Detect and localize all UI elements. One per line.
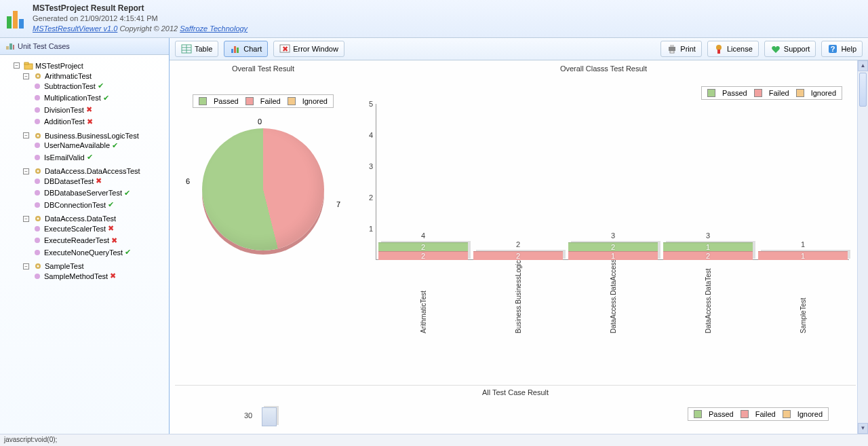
- scroll-up-icon[interactable]: ▲: [858, 60, 868, 71]
- svg-point-22: [35, 202, 40, 208]
- svg-point-17: [35, 155, 40, 160]
- pie-graphic: [202, 128, 324, 250]
- license-icon: [713, 43, 724, 54]
- svg-point-20: [35, 179, 40, 184]
- svg-point-24: [37, 218, 39, 220]
- svg-rect-36: [234, 46, 236, 53]
- tree-test[interactable]: ExecuteScalerTest✖: [33, 224, 114, 233]
- all-testcase-chart: All Test Case Result 30 Passed Failed Ig…: [175, 385, 856, 429]
- svg-point-27: [35, 250, 40, 255]
- svg-point-15: [37, 134, 39, 136]
- page-title: MSTestProject Result Report: [33, 3, 248, 14]
- svg-rect-35: [231, 49, 233, 53]
- support-icon: [770, 43, 781, 54]
- statusbar: javascript:void(0);: [0, 434, 868, 446]
- svg-rect-44: [717, 50, 720, 54]
- help-button[interactable]: ? Help: [821, 41, 863, 57]
- svg-rect-0: [7, 16, 12, 29]
- bar-stub: [262, 407, 277, 426]
- tree-test[interactable]: ExecuteNoneQueryTest✔: [33, 248, 131, 257]
- bottom-legend: Passed Failed Ignored: [688, 407, 829, 421]
- svg-point-16: [35, 143, 40, 148]
- main-layout: Unit Test Cases −MSTestProject−Arithmati…: [0, 38, 868, 434]
- tree-test[interactable]: SampleMethodTest✖: [33, 272, 116, 280]
- pie-title: Overall Test Result: [175, 60, 351, 74]
- table-button[interactable]: Table: [175, 41, 218, 57]
- vertical-scrollbar[interactable]: ▲ ▼: [857, 60, 868, 434]
- svg-point-9: [37, 75, 39, 77]
- tree-group[interactable]: −Business.BusinessLogicTest: [23, 132, 139, 140]
- tree-test[interactable]: DBDatabaseServerTest✔: [33, 189, 130, 198]
- tree-test[interactable]: SubtractionTest✔: [33, 81, 104, 90]
- tree-test[interactable]: MultiplicationTest✔: [33, 94, 109, 103]
- tree-root[interactable]: −MSTestProject: [14, 62, 83, 70]
- toolbar: Table Chart ✖ Error Window Print License: [170, 38, 868, 60]
- svg-point-25: [35, 226, 40, 231]
- tree-test[interactable]: IsEmailValid✔: [33, 153, 93, 162]
- svg-point-26: [35, 238, 40, 243]
- bar-column: 11: [758, 251, 848, 260]
- tree-test[interactable]: AdditionTest✖: [33, 117, 93, 126]
- content: Table Chart ✖ Error Window Print License: [170, 38, 868, 434]
- tree-group[interactable]: −DataAccess.DataAccessTest: [23, 167, 140, 175]
- sidebar-title: Unit Test Cases: [0, 38, 169, 55]
- pie-chart: Overall Test Result Passed Failed Ignore…: [175, 60, 351, 379]
- svg-point-13: [35, 119, 40, 124]
- generated-text: Generated on 21/09/2012 4:15:41 PM: [33, 14, 248, 24]
- bar-column: 123: [568, 242, 658, 260]
- chart-area: Overall Test Result Passed Failed Ignore…: [170, 60, 868, 434]
- table-icon: [181, 43, 192, 54]
- tree-test[interactable]: DBConnectionTest✔: [33, 200, 114, 209]
- scroll-down-icon[interactable]: ▼: [858, 423, 868, 434]
- sidebar: Unit Test Cases −MSTestProject−Arithmati…: [0, 38, 170, 434]
- svg-text:?: ?: [831, 45, 835, 53]
- svg-point-30: [35, 274, 40, 279]
- svg-point-19: [37, 170, 39, 172]
- svg-point-12: [35, 107, 40, 113]
- svg-rect-7: [24, 62, 28, 64]
- svg-rect-1: [13, 11, 18, 29]
- svg-rect-40: [669, 47, 675, 51]
- svg-rect-4: [9, 43, 12, 50]
- vendor-link[interactable]: Saffroze Technology: [180, 24, 248, 33]
- error-window-button[interactable]: ✖ Error Window: [273, 41, 344, 57]
- bar-column: 224: [378, 242, 468, 260]
- print-icon: [667, 43, 677, 54]
- tree-root-icon: [5, 42, 15, 50]
- svg-rect-42: [670, 51, 674, 53]
- error-icon: ✖: [279, 43, 290, 54]
- support-button[interactable]: Support: [764, 41, 816, 57]
- help-icon: ?: [827, 43, 838, 54]
- svg-rect-41: [670, 45, 674, 47]
- app-link[interactable]: MSTestResultViewer v1.0: [33, 24, 117, 33]
- svg-rect-37: [237, 48, 239, 53]
- svg-point-43: [716, 45, 722, 50]
- tree-test[interactable]: UserNameAvailable✔: [33, 141, 118, 150]
- chart-button[interactable]: Chart: [224, 41, 268, 57]
- print-button[interactable]: Print: [660, 41, 702, 57]
- svg-text:✖: ✖: [282, 45, 288, 53]
- copyright-text: Copyright © 2012: [117, 24, 180, 33]
- bar-column: 22: [473, 251, 563, 260]
- tree-group[interactable]: −SampleTest: [23, 262, 83, 270]
- svg-point-21: [35, 190, 40, 196]
- tree-test[interactable]: DBDatasetTest✖: [33, 176, 102, 185]
- logo-icon: [4, 7, 28, 31]
- tree-test[interactable]: DivisionTest✖: [33, 105, 92, 114]
- svg-point-29: [37, 265, 39, 267]
- tree-test[interactable]: ExecuteReaderTest✖: [33, 236, 117, 245]
- scroll-thumb[interactable]: [859, 73, 867, 107]
- svg-point-11: [35, 95, 40, 100]
- class-bar-chart: Overall Classs Test Result Passed Failed…: [351, 60, 856, 379]
- test-tree[interactable]: −MSTestProject−ArithmaticTestSubtraction…: [0, 55, 169, 434]
- bar-legend: Passed Failed Ignored: [701, 86, 842, 100]
- tree-group[interactable]: −DataAccess.DataTest: [23, 215, 116, 223]
- license-button[interactable]: License: [707, 41, 759, 57]
- svg-rect-5: [13, 45, 14, 50]
- bar-column: 213: [663, 242, 753, 260]
- svg-rect-3: [6, 46, 9, 50]
- svg-point-10: [35, 83, 40, 89]
- chart-icon: [230, 43, 241, 54]
- pie-legend: Passed Failed Ignored: [193, 94, 334, 108]
- tree-group[interactable]: −ArithmaticTest: [23, 72, 92, 80]
